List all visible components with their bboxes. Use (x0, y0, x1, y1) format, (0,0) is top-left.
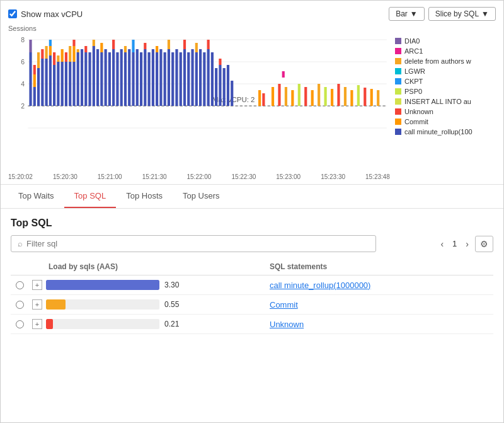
show-max-vcpu-checkbox[interactable] (8, 9, 17, 18)
tab-top-waits[interactable]: Top Waits (8, 185, 64, 208)
svg-rect-96 (282, 71, 285, 78)
legend-label-delete: delete from authors w (404, 57, 471, 65)
svg-rect-72 (171, 52, 174, 106)
bar-label: Bar (396, 9, 408, 18)
show-max-vcpu-label[interactable]: Show max vCPU (8, 9, 83, 19)
sql-link-3[interactable]: Unknown (270, 320, 304, 329)
search-box: ⌕ (11, 235, 376, 252)
svg-rect-51 (112, 49, 115, 106)
svg-rect-37 (72, 62, 75, 106)
svg-rect-88 (219, 59, 221, 65)
expand-button-3[interactable]: + (32, 319, 42, 329)
row-expand-1[interactable]: + (28, 280, 46, 290)
legend-item: LGWR (395, 67, 496, 75)
expand-button-2[interactable]: + (32, 299, 42, 310)
svg-rect-53 (116, 52, 118, 106)
expand-button-1[interactable]: + (32, 280, 42, 290)
slice-dropdown[interactable]: Slice by SQL ▼ (428, 7, 496, 21)
svg-rect-92 (258, 90, 261, 106)
svg-rect-111 (377, 90, 379, 106)
svg-rect-50 (108, 52, 111, 106)
svg-rect-18 (41, 49, 43, 59)
svg-rect-36 (72, 46, 75, 62)
radio-input-1[interactable] (16, 281, 24, 289)
sql-link-1[interactable]: call minute_rollup(1000000) (270, 281, 370, 290)
bar-cell-3: 0.21 (46, 319, 270, 329)
svg-rect-22 (49, 40, 52, 46)
row-expand-2[interactable]: + (28, 299, 46, 310)
table-row: + 0.21 Unknown (11, 315, 493, 334)
legend-label-dia0: DIA0 (404, 37, 420, 45)
radio-input-2[interactable] (16, 301, 24, 309)
bar-container-2 (46, 299, 159, 310)
svg-rect-69 (164, 52, 166, 106)
section-title: Top SQL (11, 217, 493, 229)
svg-rect-55 (124, 52, 127, 106)
svg-rect-99 (298, 84, 301, 106)
svg-rect-109 (364, 88, 366, 106)
legend-item: Unknown (395, 108, 496, 115)
svg-rect-56 (124, 46, 127, 52)
tab-top-users[interactable]: Top Users (173, 185, 230, 208)
settings-button[interactable]: ⚙ (475, 236, 493, 252)
legend-color-commit (395, 119, 401, 125)
legend-label-arc1: ARC1 (404, 47, 423, 55)
row-expand-3[interactable]: + (28, 319, 46, 329)
svg-rect-100 (304, 87, 307, 106)
svg-rect-94 (272, 87, 274, 106)
prev-page-button[interactable]: ‹ (437, 238, 447, 250)
svg-rect-52 (112, 40, 115, 49)
next-page-button[interactable]: › (462, 238, 472, 250)
legend-item: CKPT (395, 78, 496, 85)
svg-rect-79 (195, 52, 198, 106)
svg-rect-41 (84, 52, 87, 106)
tab-top-sql[interactable]: Top SQL (64, 185, 117, 208)
x-label-4: 15:22:00 (187, 173, 212, 180)
sql-statement-2[interactable]: Commit (270, 300, 493, 310)
filter-sql-input[interactable] (26, 239, 369, 248)
chart-controls: Show max vCPU Bar ▼ Slice by SQL ▼ (8, 7, 496, 21)
sql-statement-1[interactable]: call minute_rollup(1000000) (270, 281, 493, 290)
svg-rect-84 (207, 40, 210, 49)
legend-item: PSP0 (395, 88, 496, 95)
legend-label-lgwr: LGWR (404, 67, 425, 75)
chart-legend: DIA0 ARC1 delete from authors w LGWR CKP… (395, 25, 496, 184)
svg-rect-78 (191, 49, 193, 106)
sql-table: Load by sqls (AAS) SQL statements + 3.30 (11, 258, 493, 334)
bar-cell-2: 0.55 (46, 299, 270, 310)
svg-rect-59 (132, 40, 134, 52)
legend-item: delete from authors w (395, 57, 496, 65)
svg-rect-39 (77, 49, 79, 52)
sql-statement-3[interactable]: Unknown (270, 320, 493, 329)
svg-rect-17 (37, 68, 40, 106)
row-radio-2[interactable] (11, 301, 28, 309)
bar-dropdown[interactable]: Bar ▼ (389, 7, 425, 21)
svg-rect-103 (324, 87, 327, 106)
radio-input-3[interactable] (16, 320, 24, 328)
svg-rect-47 (100, 52, 103, 106)
legend-item: INSERT ALL INTO au (395, 98, 496, 105)
legend-label-psp0: PSP0 (404, 88, 422, 95)
legend-color-ckpt (395, 78, 401, 84)
svg-rect-108 (357, 85, 360, 106)
svg-rect-70 (168, 49, 170, 106)
svg-rect-107 (350, 90, 353, 106)
x-axis-labels: 15:20:02 15:20:30 15:21:00 15:21:30 15:2… (8, 172, 390, 184)
svg-rect-25 (53, 52, 55, 65)
svg-rect-11 (29, 40, 32, 52)
table-header: Load by sqls (AAS) SQL statements (11, 258, 493, 275)
legend-color-arc1 (395, 48, 401, 54)
row-radio-3[interactable] (11, 320, 28, 328)
svg-rect-80 (195, 43, 198, 52)
svg-rect-73 (175, 49, 178, 106)
row-radio-1[interactable] (11, 281, 28, 289)
svg-text:4: 4 (21, 81, 25, 88)
svg-rect-104 (331, 89, 333, 106)
svg-rect-35 (72, 40, 75, 46)
tab-top-hosts[interactable]: Top Hosts (116, 185, 173, 208)
tab-top-hosts-label: Top Hosts (126, 191, 163, 200)
legend-label-commit: Commit (404, 118, 428, 125)
svg-rect-81 (199, 49, 202, 106)
svg-rect-98 (291, 90, 294, 106)
sql-link-2[interactable]: Commit (270, 300, 298, 310)
